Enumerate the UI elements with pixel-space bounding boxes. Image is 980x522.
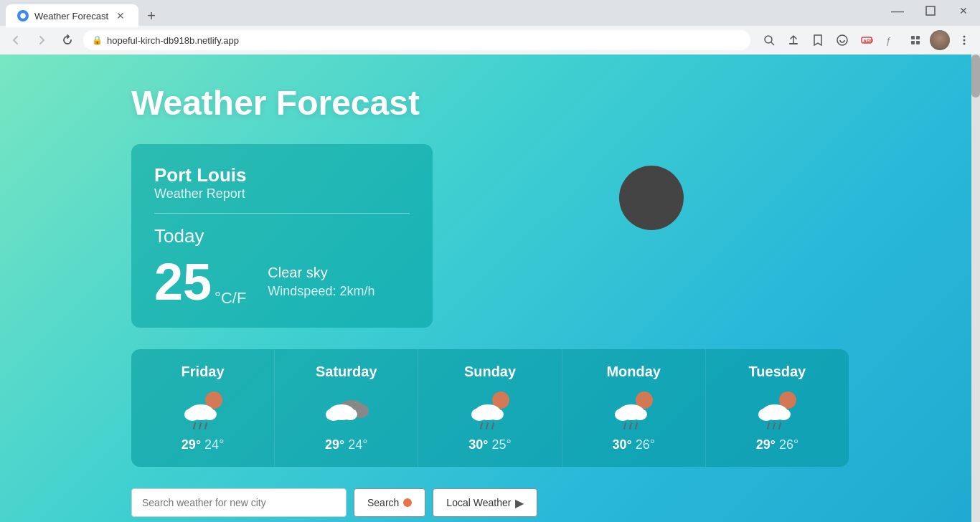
svg-line-47 [773,423,775,429]
temperature-value: 25 [154,256,212,308]
svg-line-40 [630,423,631,429]
forecast-day: Saturday [316,364,377,380]
extension-button-2[interactable]: ABP [857,30,877,50]
temp-low: 26° [636,437,655,452]
forecast-temps-monday: 30° 26° [612,437,654,452]
app-title: Weather Forecast [131,83,849,123]
local-weather-button[interactable]: Local Weather ▶ [433,488,537,517]
svg-point-0 [20,13,26,19]
tab-favicon [17,10,29,22]
svg-line-32 [481,423,482,429]
temp-low: 24° [348,437,367,452]
svg-rect-1 [926,6,935,15]
tab-close-button[interactable]: ✕ [114,9,127,22]
profile-avatar[interactable] [930,30,950,50]
temp-low: 26° [779,437,798,452]
svg-point-45 [776,409,791,420]
extensions-button[interactable] [905,30,925,50]
forecast-row: Friday 29° 24° [131,349,849,467]
svg-point-37 [615,408,631,421]
weather-description: Clear sky [268,265,374,281]
forecast-card-tuesday: Tuesday 29° 26° [706,349,849,467]
search-input[interactable] [131,488,347,517]
tab-label: Weather Forecast [34,11,108,22]
browser-chrome: Weather Forecast ✕ + — ✕ 🔒 hopeful-kirc [0,0,980,54]
temp-high: 30° [612,437,631,452]
forecast-icon-friday [178,387,228,430]
active-tab[interactable]: Weather Forecast ✕ [6,4,138,27]
svg-line-48 [779,423,781,429]
bookmark-button[interactable] [808,30,828,50]
browser-action-buttons: ABP ƒ [759,30,974,50]
forecast-icon-tuesday [752,387,802,430]
svg-rect-12 [916,41,920,44]
forecast-day: Sunday [464,364,516,380]
url-text: hopeful-kirch-db918b.netlify.app [107,35,239,46]
scrollbar-thumb[interactable] [971,54,980,98]
card-divider [154,213,410,214]
temperature-display: 25 °C/F [154,256,246,308]
window-maximize-button[interactable] [914,0,947,22]
back-button[interactable] [6,30,26,50]
svg-text:ABP: ABP [863,39,873,44]
search-action-button[interactable] [759,30,779,50]
local-weather-label: Local Weather [446,497,511,508]
today-label: Today [154,225,410,247]
temperature-unit: °C/F [215,289,246,308]
extension-button-3[interactable]: ƒ [881,30,901,50]
search-section: Search Local Weather ▶ [131,488,849,517]
weather-icon-area [454,144,849,230]
new-tab-button[interactable]: + [141,6,161,26]
menu-button[interactable] [954,30,974,50]
svg-point-44 [758,408,774,421]
search-button[interactable]: Search [354,488,425,517]
temperature-row: 25 °C/F Clear sky Windspeed: 2km/h [154,256,410,308]
svg-point-5 [837,35,847,45]
forward-button[interactable] [32,30,52,50]
temp-high: 30° [468,437,488,452]
refresh-button[interactable] [57,30,77,50]
window-minimize-button[interactable]: — [881,0,914,22]
current-weather-card: Port Louis Weather Report Today 25 °C/F … [131,144,433,328]
forecast-temps-tuesday: 29° 26° [756,437,798,452]
forecast-temps-sunday: 30° 25° [468,437,511,452]
svg-point-18 [184,408,200,421]
svg-point-13 [963,36,966,38]
wind-info: Windspeed: 2km/h [268,284,374,299]
temp-high: 29° [182,437,201,452]
share-button[interactable] [783,30,804,50]
page-content: Weather Forecast Port Louis Weather Repo… [95,54,885,522]
svg-line-3 [771,42,774,45]
svg-line-22 [205,423,207,429]
forecast-card-monday: Monday 30° 26° [562,349,706,467]
forecast-temps-saturday: 29° 24° [325,437,367,452]
temp-high: 29° [756,437,776,452]
window-controls: — ✕ [881,0,980,22]
address-bar[interactable]: 🔒 hopeful-kirch-db918b.netlify.app [83,30,750,50]
svg-line-34 [492,423,494,429]
svg-line-46 [768,423,769,429]
svg-point-2 [765,36,772,43]
arrow-icon: ▶ [515,496,524,510]
fahrenheit-link[interactable]: F [237,289,246,307]
svg-line-20 [194,423,195,429]
city-name: Port Louis [154,164,410,186]
forecast-card-friday: Friday 29° 24° [131,349,275,467]
temp-low: 25° [492,437,512,452]
svg-point-27 [343,409,357,420]
svg-point-15 [963,43,966,45]
forecast-day: Friday [182,364,225,380]
svg-rect-11 [911,41,915,44]
scrollbar[interactable] [971,54,980,522]
svg-point-38 [633,409,647,420]
svg-rect-10 [916,36,920,39]
forecast-icon-monday [608,387,659,430]
svg-point-19 [202,409,217,420]
svg-point-26 [326,408,341,421]
extension-button-1[interactable] [832,30,852,50]
svg-line-39 [624,423,626,429]
window-close-button[interactable]: ✕ [947,0,980,22]
svg-rect-9 [911,36,915,39]
forecast-card-saturday: Saturday 29° 24° [275,349,418,467]
svg-line-33 [486,423,488,429]
